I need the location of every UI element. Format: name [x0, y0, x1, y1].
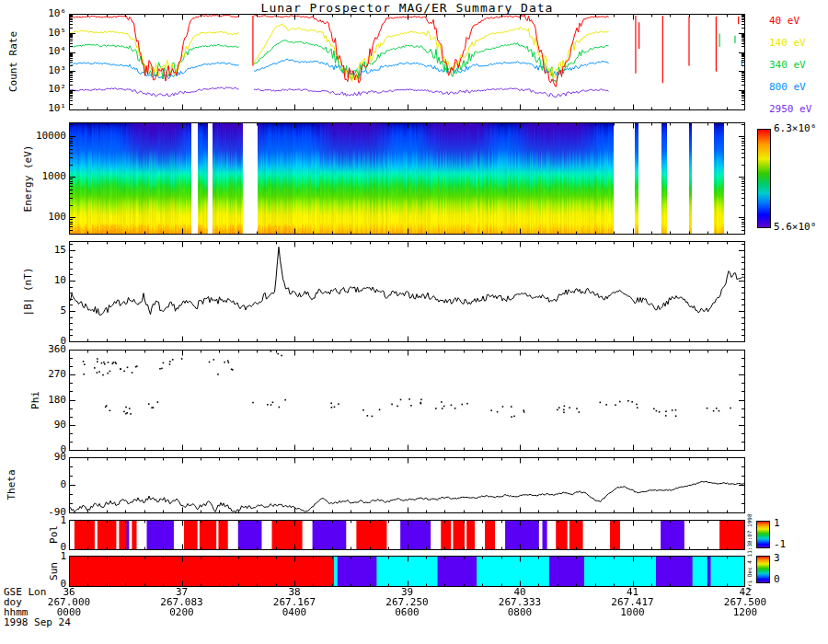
- footer-hhmm-value: 0600: [366, 607, 449, 617]
- count-rate-ytick: 10⁶: [22, 9, 66, 18]
- footer-hhmm-value: 1200: [704, 607, 787, 617]
- count-rate-ytick: 10³: [22, 66, 66, 75]
- energy-ytick: 1000: [22, 172, 66, 181]
- legend-item-800-eV: 800 eV: [769, 81, 806, 93]
- footer-hhmm-value: 1000: [592, 607, 674, 617]
- energy-ytick: 10000: [22, 132, 66, 141]
- sun-strip-plot: [69, 556, 745, 587]
- theta-ytick: 90: [22, 453, 66, 462]
- phi-ytick: 180: [22, 396, 66, 405]
- phi-plot: [69, 350, 745, 451]
- legend-item-340-eV: 340 eV: [769, 59, 806, 71]
- sun-colorbar: [756, 556, 770, 583]
- lunar-prospector-summary-page: Lunar Prospector MAG/ER Summary Data Cou…: [0, 0, 828, 644]
- count-rate-plot: [69, 14, 745, 110]
- theta-plot: [69, 457, 745, 513]
- b-magnitude-ytick: 5: [22, 306, 66, 316]
- sun-axis-label: Sun: [48, 562, 60, 581]
- colorbar-max-label: 6.3×10⁶: [774, 122, 816, 134]
- count-rate-ytick: 10⁴: [22, 47, 66, 56]
- spectrogram-colorbar: [757, 129, 771, 228]
- phi-ytick: 360: [22, 345, 66, 354]
- page-title: Lunar Prospector MAG/ER Summary Data: [69, 1, 745, 15]
- creation-timestamp: Fri Dec 4 11:38:07 1998: [746, 513, 753, 590]
- phi-ytick: 270: [22, 370, 66, 379]
- b-magnitude-ytick: 10: [22, 276, 66, 285]
- footer-hhmm-value: 0000: [28, 607, 110, 617]
- energy-spectrogram-plot: [69, 122, 745, 235]
- pol-ytick: 1: [22, 516, 66, 525]
- pol-colorbar-min-label: -1: [774, 538, 786, 550]
- b-magnitude-plot: [69, 241, 745, 342]
- sun-colorbar-max-label: 3: [774, 552, 780, 564]
- sun-ytick: 1: [22, 552, 66, 561]
- count-rate-ytick: 10⁵: [22, 29, 66, 38]
- count-rate-ytick: 10²: [22, 85, 66, 94]
- footer-hhmm-value: 0400: [253, 607, 336, 617]
- pol-colorbar: [756, 521, 770, 548]
- theta-ytick: 0: [22, 480, 66, 489]
- pol-colorbar-max-label: 1: [774, 517, 780, 529]
- legend-item-2950-eV: 2950 eV: [769, 103, 811, 115]
- footer-hhmm-value: 0200: [141, 607, 224, 617]
- b-magnitude-ytick: 15: [22, 246, 66, 255]
- count-rate-axis-label: Count Rate: [7, 31, 19, 92]
- phi-ytick: 90: [22, 420, 66, 430]
- pol-strip-plot: [69, 520, 745, 550]
- legend-item-140-eV: 140 eV: [769, 37, 806, 49]
- theta-axis-label: Theta: [6, 469, 17, 500]
- footer-date-label: 1998 Sep 24: [4, 617, 71, 627]
- pol-axis-label: Pol: [48, 525, 60, 544]
- energy-ytick: 100: [22, 213, 66, 222]
- legend-item-40-eV: 40 eV: [769, 15, 799, 27]
- footer-hhmm-value: 0800: [478, 607, 561, 617]
- colorbar-min-label: 5.6×10⁰: [774, 221, 816, 233]
- sun-colorbar-min-label: 0: [774, 573, 780, 585]
- count-rate-ytick: 10¹: [22, 104, 66, 113]
